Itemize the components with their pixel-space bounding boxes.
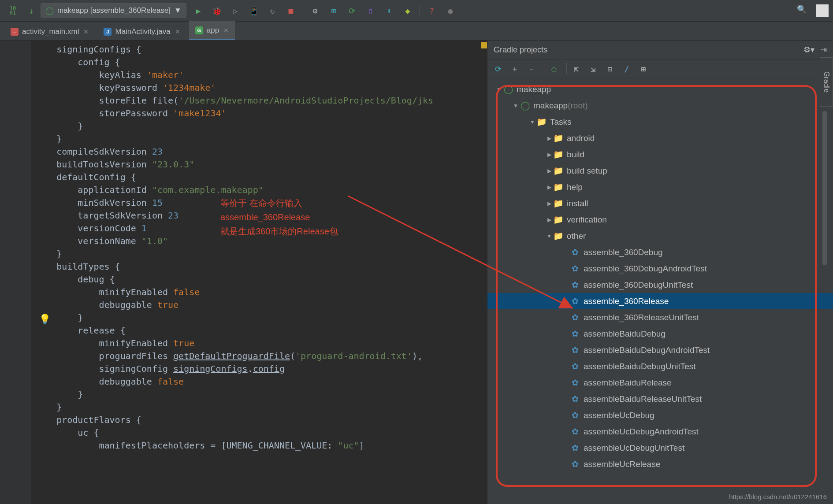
expand-all-icon[interactable]: ⇱ [569,62,584,76]
gradle-node[interactable]: ▼📁Tasks [487,114,833,130]
stop-icon[interactable]: ■ [283,3,299,19]
gradle-side-tab[interactable]: Gradle [820,57,833,107]
editor-tab[interactable]: ≡activity_main.xml✕ [4,22,95,40]
editor-tab[interactable]: Gapp✕ [189,21,235,40]
attach-icon[interactable]: 📱 [246,3,262,19]
help-icon[interactable]: ? [424,3,440,19]
gradle-task[interactable]: ✿assemble_360DebugAndroidTest [487,260,833,277]
offline-icon[interactable]: / [620,62,634,76]
user-avatar[interactable] [816,4,829,17]
refresh-icon[interactable]: ⟳ [491,62,505,76]
gradle-task[interactable]: ✿assembleBaiduDebugAndroidTest [487,342,833,358]
circle-icon[interactable]: ● [443,3,458,19]
folder-icon: 📁 [537,117,547,127]
watermark: https://blog.csdn.net/u012241616 [729,493,827,500]
gradle-node[interactable]: ▶📁install [487,195,833,211]
gradle-task[interactable]: ✿assembleBaiduReleaseUnitTest [487,391,833,407]
annotation-line1: 等价于 在命令行输入 [220,196,302,210]
android-icon[interactable]: ◆ [400,3,416,19]
expand-icon[interactable]: ▶ [545,217,554,223]
gradle-node[interactable]: ▼📁other [487,228,833,244]
task-icon: ✿ [570,411,580,420]
tree-label: install [567,199,588,208]
gradle-node[interactable]: ▶📁build [487,146,833,163]
code-line: manifestPlaceholders = [UMENG_CHANNEL_VA… [35,439,487,452]
expand-icon[interactable]: ▼ [528,119,537,125]
code-line: uc { [35,426,487,439]
close-icon[interactable]: ✕ [175,28,180,35]
code-editor[interactable]: signingConfigs { config { keyAlias 'make… [0,41,487,504]
code-line: config { [35,56,487,69]
remove-icon[interactable]: － [524,62,539,76]
code-line: signingConfigs { [35,43,487,56]
gradle-tree[interactable]: ▼◯makeapp▼◯makeapp (root)▼📁Tasks▶📁androi… [487,78,833,504]
sdk-manager-icon[interactable]: ⬇ [381,3,397,19]
tree-label: assembleBaiduRelease [584,378,672,388]
sync-gradle-icon[interactable]: ⟳ [344,3,360,19]
show-options-icon[interactable]: ⊡ [603,62,617,76]
gradle-task[interactable]: ✿assembleUcDebugAndroidTest [487,423,833,440]
expand-icon[interactable]: ▼ [511,103,520,109]
close-icon[interactable]: ✕ [83,28,89,35]
gradle-task[interactable]: ✿assembleUcDebugUnitTest [487,440,833,456]
avd-manager-icon[interactable]: ▯ [363,3,379,19]
file-icon: ≡ [11,28,19,36]
code-line: } [35,401,487,414]
execute-icon[interactable]: ◯ [547,62,561,76]
editor-tab[interactable]: JMainActivity.java✕ [97,22,186,40]
gradle-task[interactable]: ✿assembleUcDebug [487,407,833,423]
close-icon[interactable]: ✕ [223,27,229,34]
gradle-icon: ◯ [503,85,513,94]
expand-icon[interactable]: ▶ [545,200,554,207]
gradle-node[interactable]: ▶📁verification [487,211,833,228]
run-config-selector[interactable]: ◯ makeapp [assemble_360Release] ▼ [41,3,186,18]
separator [303,5,303,16]
gradle-task[interactable]: ✿assemble_360DebugUnitTest [487,277,833,293]
binary-icon[interactable]: 1001 [5,3,21,19]
task-icon: ✿ [570,362,580,371]
profile-icon[interactable]: ↻ [264,3,280,19]
gradle-task[interactable]: ✿assemble_360Release [487,293,833,309]
gear-icon[interactable]: ⚙▾ [803,45,814,54]
expand-icon[interactable]: ▶ [545,184,554,190]
lightbulb-icon[interactable]: 💡 [39,314,51,325]
collapse-all-icon[interactable]: ⇲ [586,62,600,76]
search-icon[interactable]: 🔍 [797,4,807,14]
tree-label: other [567,231,586,241]
gradle-node[interactable]: ▼◯makeapp [487,81,833,97]
run-coverage-icon[interactable]: ▷ [227,3,243,19]
gradle-node[interactable]: ▼◯makeapp (root) [487,97,833,114]
expand-icon[interactable]: ▶ [545,152,554,158]
hide-panel-icon[interactable]: ⇥ [820,45,827,54]
gradle-node[interactable]: ▶📁help [487,179,833,195]
scrollbar-thumb[interactable] [822,111,827,265]
task-activation-icon[interactable]: ⊞ [636,62,651,76]
run-icon[interactable]: ▶ [190,3,206,19]
gradle-node[interactable]: ▶📁build setup [487,163,833,179]
gradle-task[interactable]: ✿assemble_360Debug [487,244,833,260]
project-structure-icon[interactable]: ⊞ [326,3,342,19]
gradle-task[interactable]: ✿assembleBaiduDebugUnitTest [487,358,833,374]
task-icon: ✿ [570,427,580,437]
panel-toolbar: ⟳ ＋ － ◯ ⇱ ⇲ ⊡ / ⊞ [487,59,833,78]
expand-icon[interactable]: ▼ [495,86,503,93]
gradle-task[interactable]: ✿assembleBaiduRelease [487,374,833,391]
panel-title-bar: Gradle projects ⚙▾ ⇥ [487,41,833,59]
expand-icon[interactable]: ▶ [545,168,554,174]
main-toolbar: 1001 ↓ ◯ makeapp [assemble_360Release] ▼… [0,0,833,22]
task-icon: ✿ [570,264,580,274]
add-icon[interactable]: ＋ [508,62,522,76]
separator [544,63,544,74]
expand-icon[interactable]: ▼ [545,233,554,239]
expand-icon[interactable]: ▶ [545,135,554,141]
debug-icon[interactable]: 🐞 [209,3,225,19]
gradle-task[interactable]: ✿assemble_360ReleaseUnitTest [487,309,833,326]
gradle-task[interactable]: ✿assembleBaiduDebug [487,326,833,342]
tree-label: assembleUcRelease [584,460,660,469]
tree-label: assemble_360DebugAndroidTest [584,264,707,274]
settings-icon[interactable]: ⚙ [307,3,323,19]
sort-down-icon[interactable]: ↓ [23,3,39,19]
gutter [0,41,31,504]
gradle-task[interactable]: ✿assembleUcRelease [487,456,833,472]
gradle-node[interactable]: ▶📁android [487,130,833,146]
